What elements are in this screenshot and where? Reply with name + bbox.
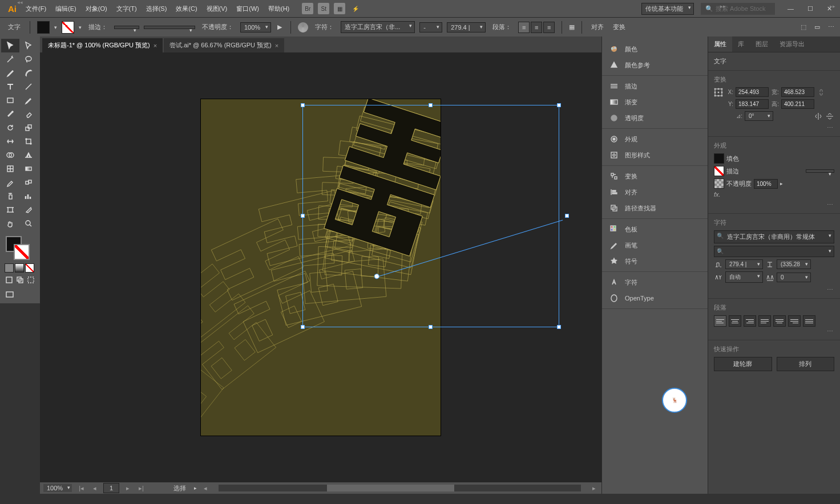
selection-handle-ne[interactable] bbox=[557, 103, 561, 107]
fill-swatch[interactable] bbox=[37, 21, 50, 34]
draw-normal-icon[interactable] bbox=[5, 275, 14, 285]
stock-icon[interactable]: St bbox=[318, 3, 329, 14]
para-align-right[interactable] bbox=[744, 315, 756, 327]
width-tool[interactable] bbox=[1, 135, 19, 148]
search-stock-input[interactable]: 🔍 搜索 Adobe Stock bbox=[701, 3, 775, 15]
appearance-more-options[interactable]: ⋯ bbox=[714, 200, 834, 209]
eyedropper-tool[interactable] bbox=[1, 176, 19, 189]
para-justify-left[interactable] bbox=[758, 315, 771, 327]
selection-handle-sw[interactable] bbox=[301, 325, 305, 329]
flip-horizontal-icon[interactable] bbox=[814, 112, 823, 121]
para-link-label[interactable]: 段落： bbox=[490, 23, 514, 31]
selection-bounding-box[interactable] bbox=[302, 105, 559, 327]
workspace-switcher[interactable]: 传统基本功能 bbox=[641, 3, 694, 15]
menu-view[interactable]: 视图(V) bbox=[203, 2, 231, 15]
menu-file[interactable]: 文件(F) bbox=[22, 2, 50, 15]
selection-handle-se[interactable] bbox=[557, 325, 561, 329]
menu-type[interactable]: 文字(T) bbox=[113, 2, 140, 15]
para-justify-center[interactable] bbox=[773, 315, 786, 327]
font-style-dropdown-2[interactable]: - bbox=[714, 246, 834, 257]
transform-link-label[interactable]: 变换 bbox=[611, 23, 628, 31]
width-input[interactable] bbox=[781, 87, 814, 97]
stroke-weight-dropdown-2[interactable] bbox=[806, 169, 834, 173]
last-artboard-button[interactable]: ▸| bbox=[136, 485, 146, 492]
font-size-dropdown[interactable]: 279.4 | bbox=[447, 22, 486, 32]
background-swatch[interactable] bbox=[14, 244, 30, 260]
character-more-options[interactable]: ⋯ bbox=[714, 285, 834, 294]
mesh-tool[interactable] bbox=[1, 162, 19, 176]
rotate-tool[interactable] bbox=[1, 121, 19, 135]
gradient-tool[interactable] bbox=[19, 162, 38, 176]
perspective-grid-tool[interactable] bbox=[19, 148, 38, 162]
panel-transparency[interactable]: 透明度 bbox=[602, 110, 708, 126]
para-justify-right[interactable] bbox=[788, 315, 801, 327]
font-style-dropdown[interactable]: - bbox=[419, 22, 442, 32]
align-right-button[interactable]: ≡ bbox=[543, 22, 555, 33]
x-position-input[interactable] bbox=[736, 87, 769, 97]
panel-brushes[interactable]: 画笔 bbox=[602, 237, 708, 253]
brush-dropdown[interactable] bbox=[144, 26, 195, 29]
menu-help[interactable]: 帮助(H) bbox=[265, 2, 293, 15]
bridge-icon[interactable]: Br bbox=[302, 3, 313, 14]
panel-graphic-styles[interactable]: 图形样式 bbox=[602, 147, 708, 163]
scale-tool[interactable] bbox=[19, 121, 38, 135]
tab-libraries[interactable]: 库 bbox=[732, 36, 750, 52]
menu-edit[interactable]: 编辑(E) bbox=[52, 2, 80, 15]
rotate-angle-dropdown[interactable]: 0° bbox=[745, 111, 773, 121]
panel-opentype[interactable]: OpenType bbox=[602, 290, 708, 306]
tab-properties[interactable]: 属性 bbox=[708, 36, 732, 52]
leading-input[interactable]: (335.28 bbox=[777, 259, 811, 269]
rectangle-tool[interactable] bbox=[1, 94, 19, 107]
canvas[interactable] bbox=[40, 52, 601, 482]
arrange-button[interactable]: 排列 bbox=[777, 357, 835, 371]
char-link-label[interactable]: 字符： bbox=[313, 23, 336, 31]
selection-handle-s[interactable] bbox=[429, 325, 433, 329]
artboard-tool[interactable] bbox=[1, 203, 19, 217]
screen-mode-icon[interactable] bbox=[5, 290, 15, 300]
y-position-input[interactable] bbox=[736, 99, 769, 109]
selection-tool[interactable] bbox=[1, 39, 19, 52]
document-tab-1[interactable]: 未标题-1* @ 100% (RGB/GPU 预览) × bbox=[42, 38, 163, 52]
fill-stroke-control[interactable] bbox=[1, 235, 39, 262]
column-graph-tool[interactable] bbox=[19, 189, 38, 203]
flip-vertical-icon[interactable] bbox=[825, 112, 834, 121]
align-link-label[interactable]: 对齐 bbox=[589, 23, 606, 31]
close-tab-icon[interactable]: × bbox=[275, 42, 278, 49]
align-left-button[interactable]: ≡ bbox=[518, 22, 530, 33]
shape-builder-tool[interactable] bbox=[1, 148, 19, 162]
panel-gradient[interactable]: 渐变 bbox=[602, 94, 708, 110]
first-artboard-button[interactable]: |◂ bbox=[76, 485, 86, 492]
shaper-tool[interactable] bbox=[1, 107, 19, 121]
toolbar-collapse-icon[interactable]: ◂◂ bbox=[17, 0, 23, 5]
stroke-color-swatch[interactable] bbox=[714, 166, 724, 176]
color-mode-gradient[interactable] bbox=[15, 263, 24, 273]
eraser-tool[interactable] bbox=[19, 107, 38, 121]
tab-layers[interactable]: 图层 bbox=[750, 36, 774, 52]
scroll-right-button[interactable]: ▸ bbox=[590, 485, 598, 492]
opacity-swatch[interactable] bbox=[714, 178, 724, 189]
isolate-icon[interactable]: ⬚ bbox=[801, 23, 806, 31]
dock-collapse-icon[interactable]: ▸▸ bbox=[720, 3, 726, 9]
reference-point-icon[interactable] bbox=[714, 88, 723, 97]
panel-symbols[interactable]: 符号 bbox=[602, 253, 708, 269]
selection-handle-nw[interactable] bbox=[301, 103, 305, 107]
panel-align[interactable]: 对齐 bbox=[602, 184, 708, 200]
constrain-proportions-icon[interactable] bbox=[817, 88, 826, 97]
color-mode-solid[interactable] bbox=[5, 263, 14, 273]
baseline-start-handle[interactable] bbox=[374, 273, 380, 279]
panel-swatches[interactable]: 色板 bbox=[602, 221, 708, 237]
panel-character[interactable]: 字符 bbox=[602, 274, 708, 290]
font-family-dropdown-2[interactable]: 造字工房言宋（非商用）常规体 bbox=[714, 230, 834, 243]
direct-selection-tool[interactable] bbox=[19, 39, 38, 52]
gpu-icon[interactable]: ⚡ bbox=[350, 3, 361, 14]
symbol-sprayer-tool[interactable] bbox=[1, 189, 19, 203]
create-outlines-button[interactable]: 建轮廓 bbox=[714, 357, 772, 371]
stroke-weight-dropdown[interactable] bbox=[114, 26, 139, 29]
close-tab-icon[interactable]: × bbox=[154, 42, 157, 49]
panel-stroke[interactable]: 描边 bbox=[602, 78, 708, 94]
window-maximize[interactable]: ☐ bbox=[804, 3, 817, 15]
draw-inside-icon[interactable] bbox=[26, 275, 35, 285]
kerning-dropdown[interactable]: 自动 bbox=[725, 271, 763, 283]
hand-tool[interactable] bbox=[1, 217, 19, 230]
prev-artboard-button[interactable]: ◂ bbox=[91, 485, 99, 492]
